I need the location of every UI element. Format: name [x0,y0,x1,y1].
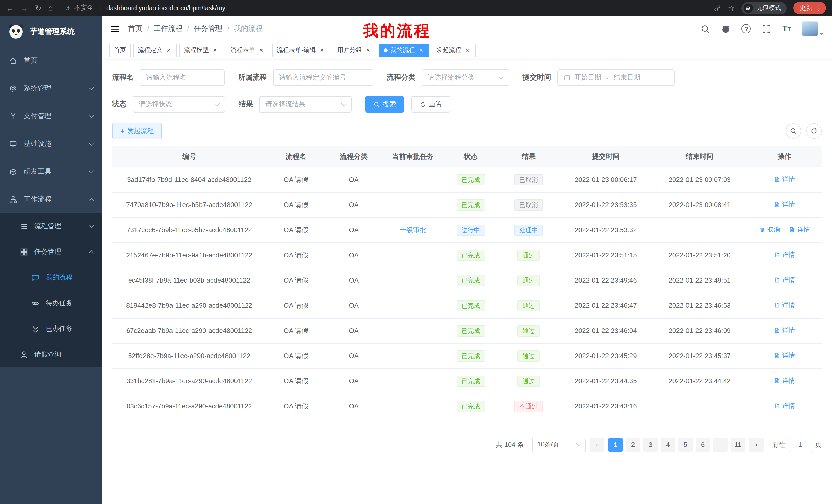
cell-result: 已取消 [498,167,560,192]
result-badge: 通过 [517,350,540,361]
result-select[interactable]: 请选择流结果 [259,96,352,113]
page-number-button[interactable]: 6 [696,438,710,452]
reload-icon[interactable]: ↻ [35,4,42,12]
start-process-button[interactable]: + 发起流程 [112,123,162,139]
cancel-button[interactable]: 取消 [759,226,780,234]
font-size-icon[interactable]: TT [782,24,791,33]
user-avatar[interactable] [802,21,818,36]
sidebar-item-devtools[interactable]: 研发工具 [0,158,102,186]
field-label: 所属流程 [238,73,267,82]
sidebar-item-my-process[interactable]: 我的流程 [0,264,102,290]
kebab-menu-icon[interactable]: ⋮ [815,5,822,11]
view-tab[interactable]: 流程表单 × [226,44,269,57]
page-number-button[interactable]: 3 [643,438,658,452]
view-tab[interactable]: 我的流程 × [379,44,430,57]
result-badge: 通过 [517,325,540,336]
page-number-button[interactable]: 5 [678,438,693,452]
search-icon[interactable] [701,24,710,34]
close-tab-icon[interactable]: × [418,47,425,54]
help-icon[interactable]: ? [742,24,751,33]
detail-button[interactable]: 详情 [774,352,795,360]
detail-button[interactable]: 详情 [774,276,795,285]
view-tab[interactable]: 发起流程 × [432,44,476,57]
view-tab[interactable]: 流程定义 × [133,44,177,57]
placeholder: 请输入流程名 [146,73,186,82]
process-name-input[interactable]: 请输入流程名 [140,69,225,86]
refresh-table-button[interactable] [806,123,822,139]
page-number-button[interactable]: 11 [731,438,745,452]
cancel-label: 取消 [767,226,780,234]
forward-icon[interactable]: → [21,4,28,12]
view-tab[interactable]: 首页 [109,44,131,57]
calendar-icon [564,74,571,81]
detail-button[interactable]: 详情 [789,226,810,234]
close-tab-icon[interactable]: × [258,47,265,54]
page-number-button[interactable]: ··· [713,438,728,452]
bookmark-star-icon[interactable]: ☆ [728,4,735,12]
incognito-icon [744,3,753,12]
browser-home-icon[interactable]: ⌂ [48,4,53,12]
sidebar-item-payment[interactable]: 支付管理 [0,102,102,130]
cell-submit-time: 2022-01-22 23:53:32 [560,217,652,243]
back-icon[interactable]: ← [6,4,14,12]
sidebar-item-home[interactable]: 首页 [0,47,102,75]
chat-bubble-icon [31,273,40,282]
detail-button[interactable]: 详情 [774,200,795,209]
sidebar-item-infrastructure[interactable]: 基础设施 [0,130,102,158]
detail-button[interactable]: 详情 [774,301,795,310]
browser-update-button[interactable]: 更新 ⋮ [794,2,826,15]
chevron-up-icon [89,250,94,255]
chevron-down-icon [89,141,94,146]
close-tab-icon[interactable]: × [318,47,326,54]
incognito-label: 无痕模式 [756,4,781,12]
view-tab[interactable]: 流程模型 × [179,44,223,57]
table-row: 3ad174fb-7b9d-11ec-8404-acde48001122 OA … [112,167,822,192]
goto-page-input[interactable]: 1 [789,438,811,452]
page-number-button[interactable]: 4 [661,438,675,452]
close-tab-icon[interactable]: × [365,47,372,54]
close-tab-icon[interactable]: × [165,47,172,54]
fullscreen-icon[interactable] [762,24,772,34]
close-tab-icon[interactable]: × [211,47,218,54]
cell-category: OA [326,217,382,243]
breadcrumb-home[interactable]: 首页 [128,24,142,33]
close-tab-icon[interactable]: × [464,47,471,54]
user-menu[interactable] [802,21,824,36]
page-size-select[interactable]: 10条/页 [532,438,586,452]
sidebar-item-done-tasks[interactable]: 已办任务 [0,316,102,342]
search-button[interactable]: 搜索 [365,96,404,113]
sidebar-item-workflow[interactable]: 工作流程 [0,186,102,213]
sidebar-item-task-management[interactable]: 任务管理 [0,239,102,264]
sidebar-item-system[interactable]: 系统管理 [0,75,102,102]
page-number-button[interactable]: 2 [626,438,640,452]
date-range-picker[interactable]: 开始日期 - 结束日期 [557,69,675,86]
detail-button[interactable]: 详情 [774,402,795,411]
detail-button[interactable]: 详情 [774,175,795,184]
breadcrumb-task-management[interactable]: 任务管理 [194,24,223,33]
filter-category: 流程分类 请选择流程分类 [387,69,509,86]
chevron-down-icon [89,113,94,118]
current-task-link[interactable]: 一级审批 [399,226,426,233]
sidebar-item-process-management[interactable]: 流程管理 [0,213,102,239]
process-definition-input[interactable]: 请输入流程定义的编号 [273,69,373,86]
view-tab[interactable]: 用户分组 × [333,44,376,57]
toggle-search-button[interactable] [786,123,801,139]
detail-button[interactable]: 详情 [774,251,795,259]
sidebar-item-leave-query[interactable]: 请假查询 [0,342,102,367]
reset-button[interactable]: 重置 [411,96,450,113]
github-icon[interactable] [721,24,731,34]
key-icon[interactable] [713,4,721,12]
status-select[interactable]: 请选择状态 [133,96,225,113]
cell-actions: 详情 [747,368,822,394]
category-select[interactable]: 请选择流程分类 [422,69,509,86]
address-bar[interactable]: ⚠ 不安全 | dashboard.yudao.iocoder.cn/bpm/t… [66,4,706,12]
prev-page-button[interactable]: ‹ [590,438,604,452]
sidebar-item-todo-tasks[interactable]: 待办任务 [0,290,102,316]
detail-button[interactable]: 详情 [774,326,795,335]
next-page-button[interactable]: › [749,438,763,452]
view-tab[interactable]: 流程表单-编辑 × [272,44,330,57]
page-number-button[interactable]: 1 [608,438,623,452]
menu-fold-icon[interactable] [110,24,120,34]
detail-button[interactable]: 详情 [774,376,795,385]
breadcrumb-workflow[interactable]: 工作流程 [154,24,183,33]
